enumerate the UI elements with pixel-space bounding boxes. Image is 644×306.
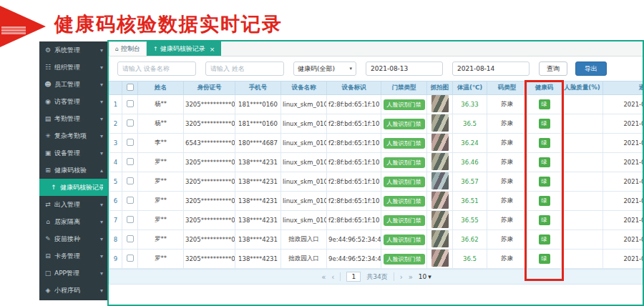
sidebar-item-label: 健康码核验 (54, 166, 100, 175)
cell-quality (562, 95, 603, 114)
page-size-select[interactable]: 10 ▾ (419, 273, 431, 280)
snapshot-photo[interactable] (431, 250, 449, 267)
sidebar-item[interactable]: ▣ 设备管理 ▾ (39, 144, 107, 162)
row-checkbox[interactable] (127, 100, 134, 107)
cell-name: 罗** (138, 230, 184, 250)
cell-codetype: 苏康 (487, 134, 527, 153)
healthcode-green-badge[interactable]: 绿 (539, 254, 550, 264)
snapshot-photo[interactable] (431, 95, 449, 112)
sidebar-item[interactable]: ◉ 访客管理 ▾ (39, 93, 107, 110)
sidebar-item[interactable]: □ APP管理 ▾ (39, 265, 107, 282)
access-type-badge[interactable]: 人脸识别门禁 (384, 235, 425, 245)
query-button[interactable]: 查询 (539, 61, 567, 76)
prev-page-button[interactable]: ‹ (331, 273, 334, 281)
row-index: 1 (109, 95, 122, 114)
cell-quality (562, 250, 603, 269)
sidebar-item[interactable]: ⊟ 卡务管理 ▾ (39, 247, 107, 265)
sidebar-item[interactable]: ⊞ 健康码核验 ▴ (39, 162, 107, 179)
access-type-badge[interactable]: 人脸识别门禁 (384, 99, 425, 110)
sidebar-item[interactable]: ▤ 考勤管理 ▾ (39, 110, 107, 127)
sidebar-item-icon: ⊞ (44, 167, 52, 174)
sidebar-item[interactable]: ◈ 小程序码 ▾ (39, 282, 107, 299)
snapshot-photo[interactable] (431, 230, 449, 247)
next-page-button[interactable]: › (400, 273, 403, 281)
header-healthcode: 健康码 (527, 82, 562, 95)
healthcode-select[interactable]: 健康码(全部) ▾ (293, 61, 356, 76)
access-type-badge[interactable]: 人脸识别门禁 (384, 177, 425, 187)
cell-quality (562, 192, 603, 211)
row-checkbox[interactable] (127, 158, 134, 165)
date-to-input[interactable] (452, 61, 530, 76)
access-type-badge[interactable]: 人脸识别门禁 (384, 196, 425, 207)
access-type-badge[interactable]: 人脸识别门禁 (384, 254, 425, 265)
export-button[interactable]: 导出 (575, 61, 607, 76)
date-from-input[interactable] (366, 61, 443, 76)
row-index: 2 (109, 114, 122, 134)
access-type-badge[interactable]: 人脸识别门禁 (384, 119, 425, 129)
healthcode-green-badge[interactable]: 绿 (539, 157, 550, 167)
row-checkbox[interactable] (127, 119, 134, 127)
screen: 健康码核验数据实时记录 ⚙ 系统管理 ▾ ☷ 组织管理 ▾ ☻ 员工管理 ▾ ◉ (0, 0, 644, 306)
row-checkbox[interactable] (127, 235, 134, 242)
cell-mac: f2:8f:bd:65:1f:10 (327, 172, 381, 192)
sidebar-item[interactable]: ✳ 复杂考勤项 ▾ (39, 127, 107, 144)
page-number-input[interactable] (346, 272, 361, 282)
snapshot-photo[interactable] (431, 153, 449, 170)
snapshot-photo[interactable] (431, 211, 449, 228)
cell-codetype: 苏康 (487, 114, 527, 134)
cell-phone: 138****4231 (235, 211, 281, 230)
table-row: 8 罗** 3205**********0018 138****4231 拙政园… (109, 230, 644, 250)
healthcode-green-badge[interactable]: 绿 (539, 215, 550, 225)
row-checkbox[interactable] (127, 177, 134, 184)
last-page-button[interactable]: » (409, 273, 413, 281)
sidebar-item-icon: □ (44, 270, 52, 277)
snapshot-photo[interactable] (431, 134, 449, 151)
sidebar-item-label: 居家隔离 (54, 217, 100, 227)
header-checkbox[interactable] (122, 82, 138, 95)
tab-healthcode-record[interactable]: ↑ 健康码核验记录 × (147, 41, 221, 56)
sidebar-item-icon: ☻ (44, 81, 52, 88)
row-checkbox[interactable] (127, 255, 134, 262)
close-icon[interactable]: × (210, 46, 215, 53)
header-snapshot: 抓拍图 (427, 82, 453, 95)
cell-mac: 9e:44:96:52:34:40 (327, 230, 381, 250)
sidebar-item[interactable]: ☻ 员工管理 ▾ (39, 76, 107, 93)
tab-console-label: 控制台 (121, 44, 140, 54)
tab-console[interactable]: ⌂ 控制台 (109, 41, 147, 56)
sidebar-item[interactable]: ☷ 组织管理 ▾ (39, 59, 107, 76)
row-checkbox[interactable] (127, 197, 134, 204)
cell-idcard: 3205**********0018 (184, 192, 235, 211)
snapshot-photo[interactable] (431, 192, 449, 209)
sidebar-item[interactable]: ↑ 健康码核验记录 (39, 179, 107, 196)
healthcode-green-badge[interactable]: 绿 (539, 196, 550, 206)
cell-name: 罗** (138, 172, 184, 192)
table-row: 2 杨** 3205**********0046 181****0160 lin… (109, 114, 644, 134)
cell-codetype: 苏康 (487, 230, 527, 250)
sidebar-item[interactable]: ✎ 疫苗接种 ▾ (39, 230, 107, 247)
person-name-input[interactable] (205, 61, 284, 76)
snapshot-photo[interactable] (431, 114, 449, 132)
first-page-button[interactable]: « (321, 273, 326, 281)
sidebar-item[interactable]: ⚙ 系统管理 ▾ (39, 41, 107, 59)
healthcode-green-badge[interactable]: 绿 (539, 138, 550, 148)
device-name-input[interactable] (117, 61, 196, 76)
access-type-badge[interactable]: 人脸识别门禁 (384, 138, 425, 149)
chevron-icon: ▾ (100, 64, 103, 71)
access-type-badge[interactable]: 人脸识别门禁 (384, 215, 425, 226)
row-checkbox[interactable] (127, 216, 134, 223)
healthcode-green-badge[interactable]: 绿 (539, 177, 550, 187)
select-all-checkbox[interactable] (127, 84, 134, 91)
healthcode-green-badge[interactable]: 绿 (539, 119, 550, 129)
sidebar-item-icon: ↑ (49, 184, 58, 191)
sidebar-item[interactable]: ⌂ 居家隔离 ▾ (39, 213, 107, 230)
access-type-badge[interactable]: 人脸识别门禁 (384, 157, 425, 168)
healthcode-green-badge[interactable]: 绿 (539, 235, 550, 245)
healthcode-green-badge[interactable]: 绿 (539, 99, 550, 109)
chevron-icon: ▾ (100, 219, 103, 225)
table-header-row: 姓名 身份证号 手机号 设备名称 设备标识 门禁类型 抓拍图 体温(℃) 码类型… (109, 82, 644, 95)
cell-idcard: 3205**********0018 (184, 153, 235, 172)
snapshot-photo[interactable] (431, 172, 449, 189)
header-mac: 设备标识 (327, 82, 381, 95)
row-checkbox[interactable] (127, 139, 134, 146)
sidebar-item[interactable]: ⇄ 出入管理 ▾ (39, 196, 107, 213)
